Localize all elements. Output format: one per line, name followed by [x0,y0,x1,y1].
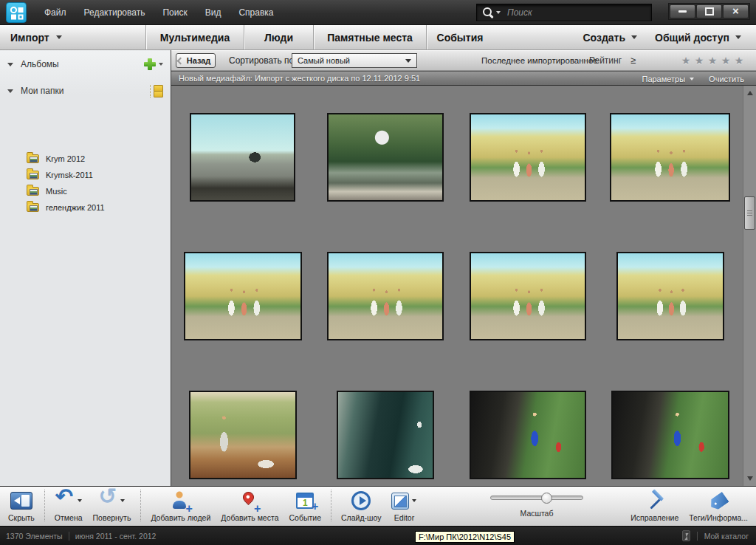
chevron-down-icon[interactable] [120,499,125,502]
zoom-label: Масштаб [490,509,583,518]
toolbar-button[interactable]: Добавить места [216,489,284,522]
restore-button[interactable] [696,4,722,18]
tag-icon [707,491,729,512]
restore-icon [705,7,714,16]
toolbar-button[interactable]: Отмена [49,489,88,522]
photo-thumbnail[interactable] [610,113,730,202]
add-album-button[interactable] [144,58,156,70]
photo-thumbnail[interactable] [184,252,302,340]
menu-item[interactable]: Поиск [154,7,196,18]
back-chevron-icon [176,57,184,64]
toolbar-button-label: Добавить людей [151,513,210,522]
statusbar-left: 1370 Элементы июня 2011 - сент. 2012 [6,532,156,541]
rating-filter: Рейтинг ≥ [589,50,636,70]
tab[interactable]: Мультимедиа [145,25,244,49]
photo-thumbnail[interactable] [327,252,444,340]
toolbar-button[interactable]: Теги/Информа... [684,489,753,522]
photo-cell [171,252,314,340]
folder-item[interactable]: Music [0,183,171,199]
import-menu[interactable]: Импорт [10,25,62,49]
tab[interactable]: Люди [244,25,313,49]
photo-thumbnail[interactable] [189,391,297,479]
photo-thumbnail[interactable] [327,113,444,202]
photo-thumbnail[interactable] [470,252,586,340]
tab-menu[interactable]: Создать [574,25,646,49]
photo-cell [599,391,741,479]
photo-thumbnail[interactable] [470,113,586,202]
photo-cell [171,391,314,479]
photo-cell [314,113,456,202]
window-controls: × [668,3,750,20]
collapse-triangle-icon[interactable] [7,63,13,66]
clear-button[interactable]: Очистить [709,75,744,83]
back-button[interactable]: Назад [176,53,216,68]
app-logo-icon [6,2,27,23]
menu-item[interactable]: Файл [35,7,75,18]
rating-star-icon[interactable]: ★ [719,55,732,66]
chevron-down-icon[interactable] [412,499,416,502]
tab-menu[interactable]: Общий доступ [646,25,750,49]
folder-item[interactable]: Krymsk-2011 [0,167,171,183]
toolbar-button[interactable]: Скрыть [3,489,40,522]
photo-thumbnail[interactable] [337,391,434,479]
photo-thumbnail[interactable] [616,252,724,340]
tab[interactable]: События [426,25,493,49]
scrollbar-thumb[interactable] [744,196,755,230]
folder-hierarchy-icon[interactable] [150,85,163,97]
search-placeholder: Поиск [507,7,532,18]
toolbar-button[interactable]: Повернуть [88,489,137,522]
menu-item[interactable]: Справка [230,7,282,18]
search-scope-chevron-icon[interactable] [496,11,501,14]
toolbar-button[interactable]: Исправление [625,489,684,522]
tab[interactable]: Памятные места [313,25,426,49]
photo-thumbnail[interactable] [611,391,729,479]
slideshow-icon [351,491,371,510]
albums-header[interactable]: Альбомы [0,57,171,72]
photo-thumbnail[interactable] [470,391,586,479]
folder-item[interactable]: геленджик 2011 [0,199,171,216]
scroll-down-button[interactable] [743,473,756,484]
photo-thumbnail[interactable] [190,113,295,202]
menu-item[interactable]: Вид [196,7,230,18]
chevron-down-icon [631,35,637,39]
zoom-slider-track[interactable] [490,496,583,500]
search-icon [482,7,494,18]
import-message: Новый медиафайл: Импорт с жесткого диска… [179,74,420,83]
zoom-slider-thumb[interactable] [541,493,552,504]
minimize-button[interactable] [670,4,695,18]
folder-item[interactable]: Krym 2012 [0,151,171,167]
rating-star-icon[interactable]: ★ [693,55,706,66]
add-album-chevron-icon[interactable] [159,63,163,66]
photo-cell [171,113,314,202]
my-folders-header[interactable]: Мои папки [0,83,171,98]
folder-icon [27,154,39,163]
divider [697,532,698,541]
statusbar-right: Мой каталог [682,530,749,541]
arrow-up-icon [747,91,753,95]
folder-icon [27,187,39,196]
undo-icon [55,490,75,511]
sort-order-select[interactable]: Самый новый [292,53,417,68]
rating-star-icon[interactable]: ★ [706,55,719,66]
scrollbar[interactable] [743,86,756,486]
search-box[interactable]: Поиск [476,4,652,21]
toolbar-button[interactable]: Добавить людей [145,489,216,522]
rating-star-icon[interactable]: ★ [679,55,693,66]
date-range: июня 2011 - сент. 2012 [75,532,157,541]
toolbar-button-label: Editor [394,513,414,522]
back-label: Назад [187,56,211,65]
toolbar-button[interactable]: Слайд-шоу [336,489,386,522]
options-menu[interactable]: Параметры [642,75,694,83]
rating-operator[interactable]: ≥ [630,55,636,66]
toolbar-button-label: Повернуть [93,513,131,522]
organizer-window: ФайлРедактироватьПоискВидСправка Поиск ×… [0,0,756,545]
editor-icon [391,493,409,510]
collapse-triangle-icon[interactable] [7,89,13,93]
toolbar-button[interactable]: Событие [284,489,327,522]
close-button[interactable]: × [723,4,749,18]
toolbar-button[interactable]: Editor [386,489,422,522]
scroll-up-button[interactable] [743,87,756,99]
menu-item[interactable]: Редактировать [75,7,154,18]
chevron-down-icon[interactable] [78,499,82,502]
rating-star-icon[interactable]: ★ [732,55,746,66]
